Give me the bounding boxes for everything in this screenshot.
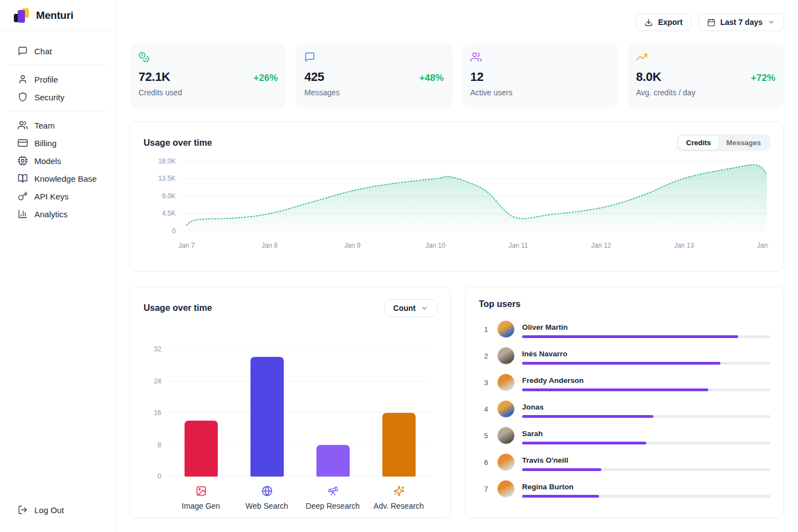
date-range-button[interactable]: Last 7 days xyxy=(698,13,784,31)
category-deep-research: Deep Research xyxy=(300,485,366,510)
y-tick-label: 24 xyxy=(154,377,161,385)
y-tick-label: 4.5K xyxy=(162,209,176,217)
sidebar-item-billing[interactable]: Billing xyxy=(0,134,116,152)
stat-value: 12 xyxy=(470,70,484,84)
bar-chart-title: Usage over time xyxy=(144,303,212,313)
bar-categories: Image GenWeb SearchDeep ResearchAdv. Res… xyxy=(168,485,432,510)
user-rank: 4 xyxy=(479,405,493,413)
usage-over-time-card: Usage over time CreditsMessages 04.5K9.0… xyxy=(130,121,784,272)
sidebar-item-team[interactable]: Team xyxy=(0,116,116,134)
stat-value: 8.0K xyxy=(636,70,661,84)
usage-bar-track xyxy=(522,468,770,471)
stat-label: Credits used xyxy=(139,88,278,97)
bars xyxy=(168,349,432,477)
sidebar-item-label: Billing xyxy=(34,139,57,148)
stat-card-active-users: 12Active users xyxy=(462,44,618,108)
sidebar-item-label: API Keys xyxy=(34,192,69,201)
stat-value: 72.1K xyxy=(139,70,170,84)
usage-bar-track xyxy=(522,388,770,391)
image-icon xyxy=(196,485,207,497)
usage-bar-fill xyxy=(522,495,599,498)
sidebar-item-label: Security xyxy=(34,93,64,102)
y-tick-label: 32 xyxy=(154,345,161,353)
count-dropdown[interactable]: Count xyxy=(385,299,437,317)
top-users-list: 1Oliver Martin2Inés Navarro3Freddy Ander… xyxy=(479,316,770,502)
user-name: Sarah xyxy=(522,429,770,438)
logout-icon xyxy=(18,505,28,515)
usage-bar-fill xyxy=(522,362,720,365)
bar-card-header: Usage over time Count xyxy=(144,299,437,317)
export-label: Export xyxy=(658,18,682,27)
category-label: Web Search xyxy=(245,502,288,510)
user-info: Sarah xyxy=(522,427,770,444)
bar-image-gen xyxy=(185,421,218,477)
x-tick-label: Jan 7 xyxy=(178,242,195,249)
chat-icon xyxy=(18,46,28,56)
logout-button[interactable]: Log Out xyxy=(0,501,116,519)
sidebar-item-profile[interactable]: Profile xyxy=(0,70,116,88)
book-open-icon xyxy=(18,173,28,183)
avatar xyxy=(498,374,514,391)
toggle-option-credits[interactable]: Credits xyxy=(678,136,719,150)
avatar xyxy=(498,347,514,364)
area-fill xyxy=(187,165,767,231)
usage-bar-fill xyxy=(522,442,646,444)
top-user-row: 5Sarah xyxy=(479,422,770,449)
sidebar-item-knowledge-base[interactable]: Knowledge Base xyxy=(0,170,116,187)
user-name: Freddy Anderson xyxy=(522,376,770,385)
category-label: Deep Research xyxy=(306,502,360,510)
export-button[interactable]: Export xyxy=(636,13,691,31)
message-icon xyxy=(304,52,315,63)
chevron-down-icon xyxy=(768,18,775,26)
usage-bar-track xyxy=(522,442,770,444)
sidebar-item-security[interactable]: Security xyxy=(0,88,116,106)
stat-card-credits-used: 72.1K+26%Credits used xyxy=(130,44,287,108)
menturi-logo-icon xyxy=(13,7,30,24)
top-user-row: 4Jonas xyxy=(479,396,770,422)
sidebar-item-label: Knowledge Base xyxy=(34,174,97,183)
user-info: Jonas xyxy=(522,401,770,418)
sidebar-item-chat[interactable]: Chat xyxy=(0,42,116,60)
category-label: Image Gen xyxy=(182,502,220,510)
download-icon xyxy=(644,18,653,27)
sidebar-item-label: Chat xyxy=(34,47,52,56)
usage-area-chart: 04.5K9.0K13.5K18.0KJan 7Jan 8Jan 9Jan 10… xyxy=(144,158,770,253)
user-info: Oliver Martin xyxy=(522,321,770,338)
category-image-gen: Image Gen xyxy=(168,485,234,510)
y-tick-label: 16 xyxy=(154,409,161,417)
top-users-title: Top users xyxy=(479,299,770,309)
usage-bar-track xyxy=(522,495,770,498)
usage-bar-fill xyxy=(522,388,708,391)
bar-web-search xyxy=(250,357,284,477)
top-user-row: 2Inés Navarro xyxy=(479,342,770,369)
avatar xyxy=(498,454,514,470)
credits-messages-toggle: CreditsMessages xyxy=(677,134,770,151)
user-rank: 2 xyxy=(479,352,493,360)
sidebar-item-analytics[interactable]: Analytics xyxy=(0,205,116,223)
y-tick-label: 0 xyxy=(157,473,161,480)
sidebar-item-models[interactable]: Models xyxy=(0,152,116,170)
y-tick-label: 8 xyxy=(157,441,161,449)
top-users-card: Top users 1Oliver Martin2Inés Navarro3Fr… xyxy=(465,287,784,518)
bar-column-image-gen xyxy=(168,349,234,477)
sidebar-item-label: Analytics xyxy=(34,209,68,219)
toggle-option-messages[interactable]: Messages xyxy=(719,136,769,150)
avatar xyxy=(498,401,514,417)
stat-label: Messages xyxy=(304,88,443,97)
y-tick-label: 0 xyxy=(172,227,176,235)
stat-card-avg-credits-day: 8.0K+72%Avg. credits / day xyxy=(627,44,784,108)
stat-label: Active users xyxy=(470,88,610,97)
user-rank: 3 xyxy=(479,378,493,387)
avatar xyxy=(498,427,514,444)
top-user-row: 3Freddy Anderson xyxy=(479,369,770,396)
date-range-label: Last 7 days xyxy=(720,18,763,27)
top-user-row: 1Oliver Martin xyxy=(479,316,770,342)
bar-column-deep-research xyxy=(300,349,366,477)
x-tick-label: Jan 10 xyxy=(426,242,446,249)
user-name: Travis O'neill xyxy=(522,456,770,464)
bar-deep-research xyxy=(316,445,350,477)
main-content: Export Last 7 days 72.1K+26%Credits used… xyxy=(116,0,798,532)
sidebar-item-api-keys[interactable]: API Keys xyxy=(0,187,116,205)
key-icon xyxy=(18,191,28,201)
x-tick-label: Jan 14 xyxy=(757,242,770,249)
